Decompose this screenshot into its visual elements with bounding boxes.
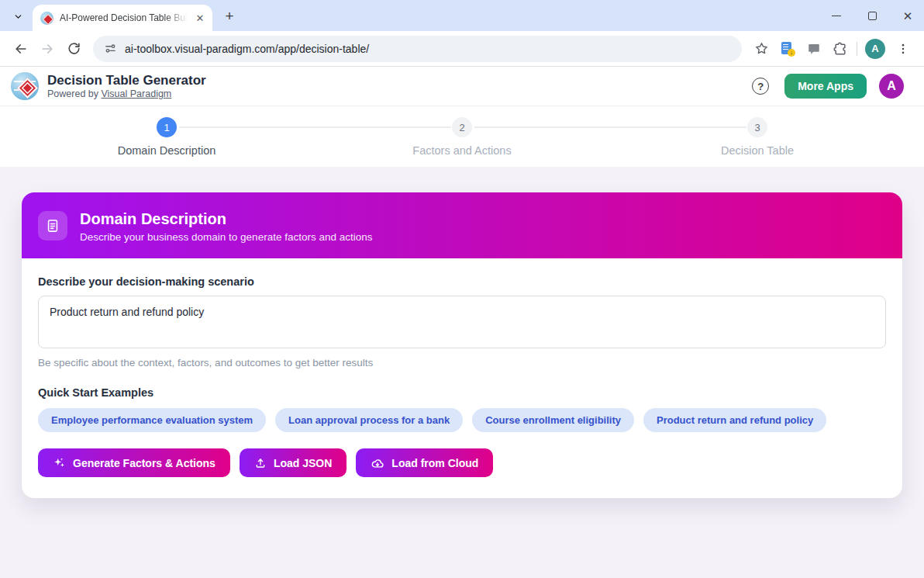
card-subtitle: Describe your business domain to generat… bbox=[80, 231, 372, 243]
reading-list-icon[interactable]: ↓ bbox=[774, 36, 801, 62]
maximize-button[interactable] bbox=[867, 10, 877, 21]
cloud-download-icon bbox=[371, 456, 384, 470]
step-label-factors-actions: Factors and Actions bbox=[412, 144, 511, 157]
page-title: Decision Table Generator bbox=[47, 73, 206, 88]
example-pill-course-enrollment[interactable]: Course enrollment eligibility bbox=[472, 408, 634, 432]
step-connector-1 bbox=[179, 126, 451, 128]
stepper: 1 2 3 Domain Description Factors and Act… bbox=[0, 106, 924, 167]
quick-start-label: Quick Start Examples bbox=[38, 386, 886, 399]
generate-button-label: Generate Factors & Actions bbox=[73, 457, 215, 469]
tab-search-chevron-icon[interactable] bbox=[8, 6, 28, 26]
powered-by: Powered by Visual Paradigm bbox=[47, 88, 206, 99]
more-apps-button[interactable]: More Apps bbox=[784, 74, 867, 99]
visual-paradigm-link[interactable]: Visual Paradigm bbox=[101, 88, 171, 99]
close-button[interactable]: ✕ bbox=[902, 10, 913, 21]
scenario-helper-text: Be specific about the context, factors, … bbox=[38, 357, 886, 369]
browser-profile-avatar[interactable]: A bbox=[865, 39, 885, 59]
site-settings-icon bbox=[104, 42, 117, 55]
url-text: ai-toolbox.visual-paradigm.com/app/decis… bbox=[125, 43, 369, 55]
domain-description-card: Domain Description Describe your busines… bbox=[22, 192, 902, 498]
load-json-button[interactable]: Load JSON bbox=[240, 448, 346, 477]
generate-factors-actions-button[interactable]: Generate Factors & Actions bbox=[38, 448, 230, 477]
user-avatar[interactable]: A bbox=[879, 74, 904, 99]
example-pill-product-return[interactable]: Product return and refund policy bbox=[643, 408, 826, 432]
load-cloud-button-label: Load from Cloud bbox=[391, 457, 478, 469]
back-icon[interactable] bbox=[8, 36, 34, 62]
load-from-cloud-button[interactable]: Load from Cloud bbox=[356, 448, 493, 477]
forward-icon[interactable] bbox=[34, 36, 60, 62]
help-icon[interactable]: ? bbox=[752, 78, 769, 95]
step-circle-decision-table[interactable]: 3 bbox=[747, 117, 767, 137]
browser-tab[interactable]: AI-Powered Decision Table Builder ✕ bbox=[33, 5, 212, 31]
card-header: Domain Description Describe your busines… bbox=[22, 192, 902, 258]
browser-titlebar: AI-Powered Decision Table Builder ✕ + ✕ bbox=[0, 0, 924, 31]
browser-menu-icon[interactable] bbox=[890, 36, 916, 62]
favicon-icon bbox=[40, 12, 53, 25]
chat-icon[interactable] bbox=[801, 36, 827, 62]
browser-toolbar: ai-toolbox.visual-paradigm.com/app/decis… bbox=[0, 31, 924, 67]
tab-close-icon[interactable]: ✕ bbox=[194, 12, 206, 24]
window-controls: ✕ bbox=[831, 0, 913, 31]
powered-by-prefix: Powered by bbox=[47, 88, 101, 99]
tab-title: AI-Powered Decision Table Builder bbox=[60, 12, 188, 23]
toolbar-divider bbox=[857, 42, 857, 56]
action-buttons: Generate Factors & Actions Load JSON Loa… bbox=[38, 448, 886, 477]
minimize-button[interactable] bbox=[831, 10, 842, 21]
load-json-button-label: Load JSON bbox=[274, 457, 332, 469]
example-pill-employee-performance[interactable]: Employee performance evaluation system bbox=[38, 408, 266, 432]
app-header: Decision Table Generator Powered by Visu… bbox=[0, 67, 924, 106]
main-content: Domain Description Describe your busines… bbox=[0, 167, 924, 578]
step-circle-factors-actions[interactable]: 2 bbox=[452, 117, 472, 137]
new-tab-button[interactable]: + bbox=[220, 7, 239, 26]
document-icon bbox=[38, 211, 67, 241]
step-circle-domain-description[interactable]: 1 bbox=[157, 117, 177, 137]
bookmark-star-icon[interactable] bbox=[748, 36, 774, 62]
upload-icon bbox=[254, 457, 267, 469]
step-label-domain-description: Domain Description bbox=[118, 144, 216, 157]
scenario-input[interactable]: Product return and refund policy bbox=[38, 296, 886, 348]
card-title: Domain Description bbox=[80, 209, 372, 229]
quick-start-examples: Employee performance evaluation system L… bbox=[38, 408, 886, 432]
step-label-decision-table: Decision Table bbox=[721, 144, 794, 157]
card-body: Describe your decision-making scenario P… bbox=[22, 258, 902, 498]
sparkles-icon bbox=[53, 456, 66, 469]
reload-icon[interactable] bbox=[60, 36, 87, 62]
step-connector-2 bbox=[474, 126, 746, 128]
extensions-puzzle-icon[interactable] bbox=[827, 36, 853, 62]
scenario-label: Describe your decision-making scenario bbox=[38, 275, 886, 288]
visual-paradigm-logo bbox=[11, 72, 39, 100]
example-pill-loan-approval[interactable]: Loan approval process for a bank bbox=[275, 408, 463, 432]
url-bar[interactable]: ai-toolbox.visual-paradigm.com/app/decis… bbox=[93, 36, 742, 62]
